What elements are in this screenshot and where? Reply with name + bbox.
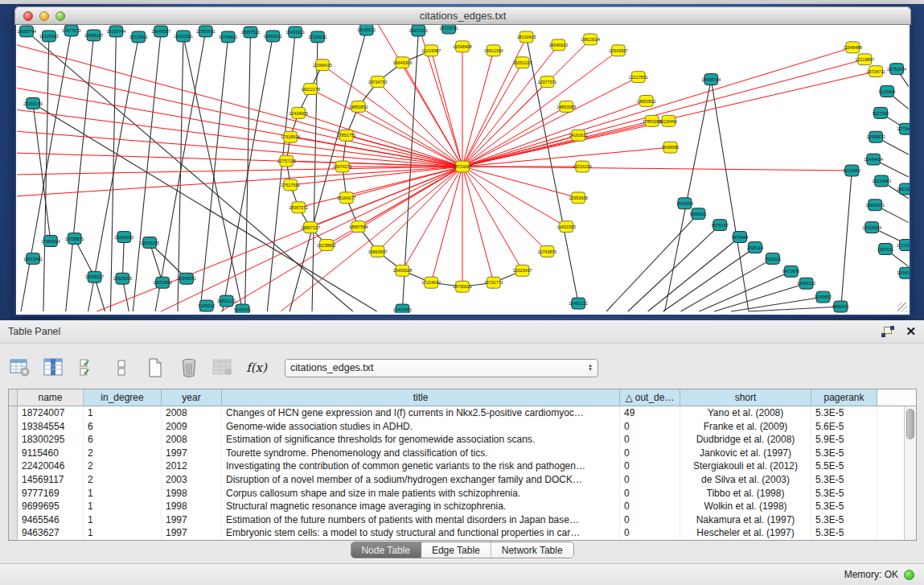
column-header-pagerank[interactable]: pagerank xyxy=(811,389,877,406)
table-scrollbar[interactable] xyxy=(904,406,916,540)
table-cell[interactable]: 2008 xyxy=(162,406,222,420)
table-cell[interactable]: Yano et al. (2008) xyxy=(680,406,811,420)
window-resize-grip[interactable] xyxy=(897,303,907,312)
table-cell[interactable]: 6 xyxy=(84,420,162,434)
delete-column-icon[interactable] xyxy=(177,356,201,380)
table-cell[interactable]: 9777169 xyxy=(18,487,84,501)
table-cell[interactable]: 18724007 xyxy=(18,406,84,420)
table-cell[interactable]: Tourette syndrome. Phenomenology and cla… xyxy=(222,447,620,460)
table-cell[interactable]: Nakamura et al. (1997) xyxy=(680,513,811,527)
table-row[interactable]: 946362711997Embryonic stem cells: a mode… xyxy=(9,526,904,540)
table-cell[interactable]: Franke et al. (2009) xyxy=(680,420,811,434)
table-row[interactable]: 2242004622012Investigating the contribut… xyxy=(9,459,904,473)
table-cell[interactable]: Jankovic et al. (1997) xyxy=(680,447,811,460)
close-window-button[interactable] xyxy=(23,11,33,21)
table-cell[interactable]: Tibbo et al. (1998) xyxy=(680,487,811,501)
row-height-icon[interactable] xyxy=(109,356,133,380)
table-cell[interactable]: 1997 xyxy=(162,526,222,540)
table-cell[interactable]: Dudbridge et al. (2008) xyxy=(680,433,811,447)
table-cell[interactable]: Genome-wide association studies in ADHD. xyxy=(222,420,620,434)
table-cell[interactable]: 5.5E-5 xyxy=(811,459,877,473)
table-cell[interactable]: 1998 xyxy=(162,487,222,501)
table-cell[interactable]: 2008 xyxy=(162,433,222,447)
float-panel-icon[interactable] xyxy=(881,326,894,337)
tab-edge-table[interactable]: Edge Table xyxy=(421,542,491,558)
table-cell[interactable]: 0 xyxy=(620,513,680,527)
table-row[interactable]: 1456911722003Disruption of a novel membe… xyxy=(9,473,904,487)
table-row[interactable]: 969969511998Structural magnetic resonanc… xyxy=(9,500,904,513)
table-cell[interactable]: 0 xyxy=(620,526,680,540)
table-cell[interactable]: de Silva et al. (2003) xyxy=(680,473,811,487)
table-row[interactable]: 946554611997Estimation of the future num… xyxy=(9,513,904,527)
close-panel-icon[interactable]: ✕ xyxy=(906,326,916,337)
column-header-name[interactable]: name xyxy=(18,389,84,406)
table-cell[interactable]: 19384554 xyxy=(18,420,84,434)
table-cell[interactable]: 14569117 xyxy=(18,473,84,487)
table-cell[interactable]: 0 xyxy=(620,473,680,487)
select-columns-icon[interactable]: ✓✓ xyxy=(76,356,100,380)
table-row[interactable]: 1938455462009Genome-wide association stu… xyxy=(9,420,904,434)
table-scrollbar-thumb[interactable] xyxy=(906,409,914,439)
zoom-window-button[interactable] xyxy=(55,11,65,21)
table-cell[interactable]: 1 xyxy=(84,526,162,540)
table-cell[interactable]: 9699695 xyxy=(18,500,84,513)
table-select-dropdown[interactable]: citations_edges.txt ▲▼ xyxy=(285,359,598,377)
table-cell[interactable]: Changes of HCN gene expression and I(f) … xyxy=(222,406,620,420)
minimize-window-button[interactable] xyxy=(39,11,49,21)
tab-network-table[interactable]: Network Table xyxy=(491,542,573,558)
table-cell[interactable]: 1997 xyxy=(162,513,222,527)
table-cell[interactable]: Stergiakouli et al. (2012) xyxy=(680,459,811,473)
table-cell[interactable]: 2 xyxy=(84,459,162,473)
column-header-in_degree[interactable]: in_degree xyxy=(84,389,162,406)
table-cell[interactable]: 9463627 xyxy=(18,526,84,540)
table-cell[interactable]: 5.3E-5 xyxy=(811,447,877,460)
table-cell[interactable]: Wolkin et al. (1998) xyxy=(680,500,811,513)
table-cell[interactable]: 5.3E-5 xyxy=(811,406,877,420)
table-cell[interactable]: 1997 xyxy=(162,447,222,460)
new-column-icon[interactable] xyxy=(143,356,167,380)
show-columns-icon[interactable] xyxy=(42,356,66,380)
column-header-year[interactable]: year xyxy=(162,389,222,406)
table-cell[interactable]: Structural magnetic resonance image aver… xyxy=(222,500,620,513)
table-row[interactable]: 1872400712008Changes of HCN gene express… xyxy=(9,406,904,420)
network-view-window[interactable]: citations_edges.txt 18724007115484081221… xyxy=(14,6,911,316)
table-cell[interactable]: 5.3E-5 xyxy=(811,473,877,487)
column-header-title[interactable]: title xyxy=(222,389,620,406)
table-cell[interactable]: 0 xyxy=(620,500,680,513)
table-cell[interactable]: 1 xyxy=(84,487,162,501)
table-cell[interactable]: 2 xyxy=(84,473,162,487)
table-cell[interactable]: Estimation of the future numbers of pati… xyxy=(222,513,620,527)
table-cell[interactable]: Investigating the contribution of common… xyxy=(222,459,620,473)
table-cell[interactable]: 5.3E-5 xyxy=(811,526,877,540)
table-cell[interactable]: 0 xyxy=(620,487,680,501)
table-cell[interactable]: 2 xyxy=(84,447,162,460)
table-cell[interactable]: 0 xyxy=(620,459,680,473)
table-cell[interactable]: Estimation of significance thresholds fo… xyxy=(222,433,620,447)
table-cell[interactable]: 22420046 xyxy=(18,459,84,473)
function-builder-icon[interactable]: f(x) xyxy=(244,356,269,380)
table-cell[interactable]: 5.3E-5 xyxy=(811,513,877,527)
table-cell[interactable]: 49 xyxy=(620,406,680,420)
table-cell[interactable]: Disruption of a novel member of a sodium… xyxy=(222,473,620,487)
table-cell[interactable]: 5.3E-5 xyxy=(811,487,877,501)
table-cell[interactable]: 1 xyxy=(84,500,162,513)
table-cell[interactable]: 6 xyxy=(84,433,162,447)
column-header-out_de[interactable]: △out_de… xyxy=(620,389,680,406)
table-cell[interactable]: 0 xyxy=(620,447,680,460)
table-row[interactable]: 1830029562008Estimation of significance … xyxy=(9,433,904,447)
table-cell[interactable]: Hescheler et al. (1997) xyxy=(680,526,811,540)
table-cell[interactable]: 5.9E-5 xyxy=(811,433,877,447)
table-cell[interactable]: 2012 xyxy=(162,459,222,473)
table-cell[interactable]: 9465546 xyxy=(18,513,84,527)
table-cell[interactable]: 5.6E-5 xyxy=(811,420,877,434)
tab-node-table[interactable]: Node Table xyxy=(351,542,421,558)
table-cell[interactable]: 2003 xyxy=(162,473,222,487)
table-row[interactable]: 977716911998Corpus callosum shape and si… xyxy=(9,487,904,501)
window-titlebar[interactable]: citations_edges.txt xyxy=(14,6,911,25)
table-cell[interactable]: 1998 xyxy=(162,500,222,513)
table-cell[interactable]: Embryonic stem cells: a model to study s… xyxy=(222,526,620,540)
table-cell[interactable]: 18300295 xyxy=(18,433,84,447)
table-row[interactable]: 911546021997Tourette syndrome. Phenomeno… xyxy=(9,447,904,460)
table-cell[interactable]: Corpus callosum shape and size in male p… xyxy=(222,487,620,501)
table-cell[interactable]: 5.3E-5 xyxy=(811,500,877,513)
